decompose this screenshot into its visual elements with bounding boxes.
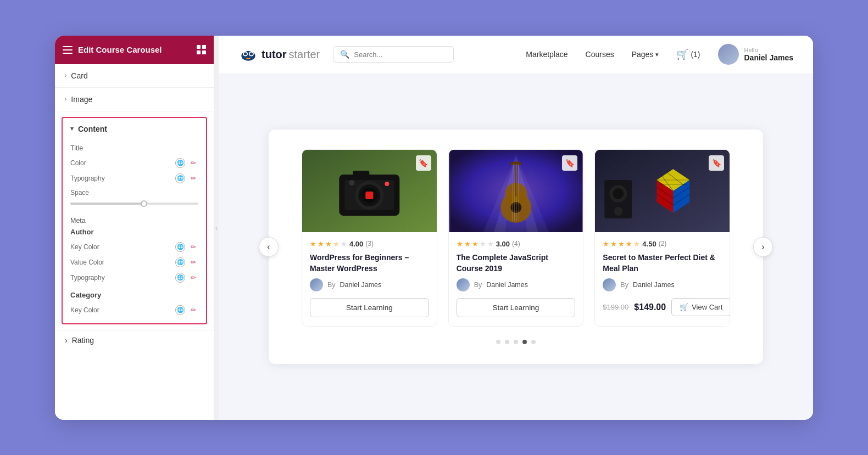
bookmark-btn-2[interactable]: 🔖	[562, 155, 577, 171]
bookmark-btn-1[interactable]: 🔖	[416, 155, 431, 171]
category-key-color-controls: 🌐 ✏	[175, 305, 198, 315]
sidebar-body: › Card › Image ▾ Content	[55, 64, 214, 420]
content-section-header[interactable]: ▾ Content	[63, 118, 206, 138]
star-1-1: ★	[310, 240, 316, 248]
rating-score-2: 3.00	[496, 240, 510, 248]
grid-icon[interactable]	[197, 45, 206, 54]
main-content: tutor starter 🔍 Marketplace Courses Page…	[219, 36, 813, 420]
meta-group: Meta Author Key Color 🌐 ✏ Value Color	[63, 210, 206, 319]
dot-3[interactable]	[514, 340, 518, 344]
image-chevron-icon: ›	[65, 96, 66, 102]
nav-user[interactable]: Hello Daniel James	[718, 44, 794, 65]
content-section-wrapper: ▾ Content Title Color 🌐 ✏	[55, 111, 214, 330]
category-key-color-globe[interactable]: 🌐	[175, 305, 185, 315]
course-rating-2: ★ ★ ★ ★ ★ 3.00 (4)	[457, 240, 576, 248]
author-typography-pencil[interactable]: ✏	[188, 273, 198, 283]
dot-1[interactable]	[496, 340, 500, 344]
title-color-globe[interactable]: 🌐	[175, 158, 185, 168]
star-2-3: ★	[472, 240, 478, 248]
pages-label: Pages	[632, 50, 654, 59]
rating-chevron-icon: ›	[65, 336, 68, 345]
category-key-color-label: Key Color	[70, 306, 99, 314]
svg-rect-22	[510, 162, 521, 165]
sidebar-section-card: › Card	[55, 64, 214, 88]
svg-point-32	[613, 188, 624, 199]
title-typography-row: Typography 🌐 ✏	[70, 171, 198, 186]
rating-count-3: (2)	[659, 240, 667, 248]
author-name-3: Daniel James	[633, 281, 675, 289]
author-value-color-row: Value Color 🌐 ✏	[70, 255, 198, 270]
nav-avatar	[718, 44, 739, 65]
course-title-3: Secret to Master Perfect Diet & Meal Pla…	[603, 252, 722, 274]
carousel-next-btn[interactable]: ›	[753, 237, 773, 257]
star-1-4: ★	[333, 240, 340, 248]
nav-logo[interactable]: tutor starter	[238, 47, 320, 62]
view-cart-btn-3[interactable]: 🛒 View Cart	[671, 298, 730, 316]
author-key-color-controls: 🌐 ✏	[175, 242, 198, 252]
title-typography-pencil[interactable]: ✏	[188, 173, 198, 183]
cart-icon: 🛒	[676, 48, 688, 60]
sidebar-section-content: ▾ Content Title Color 🌐 ✏	[62, 117, 207, 324]
title-color-row: Color 🌐 ✏	[70, 155, 198, 171]
card-chevron-icon: ›	[65, 72, 66, 78]
image-section-header[interactable]: › Image	[55, 88, 214, 111]
author-typography-globe[interactable]: 🌐	[175, 273, 185, 283]
start-learning-btn-1[interactable]: Start Learning	[310, 298, 429, 317]
svg-point-3	[244, 52, 247, 55]
author-key-color-globe[interactable]: 🌐	[175, 242, 185, 252]
nav-username: Daniel James	[744, 53, 794, 62]
content-chevron-icon: ▾	[70, 125, 74, 132]
title-color-pencil[interactable]: ✏	[188, 158, 198, 168]
course-author-3: By Daniel James	[603, 278, 722, 291]
title-typography-label: Typography	[70, 175, 105, 182]
sidebar-section-image: › Image	[55, 88, 214, 111]
author-key-color-pencil[interactable]: ✏	[188, 242, 198, 252]
sidebar-resize-handle[interactable]	[214, 36, 219, 420]
nav-marketplace-link[interactable]: Marketplace	[526, 50, 567, 59]
star-1-3: ★	[325, 240, 332, 248]
title-space-slider[interactable]	[70, 199, 198, 209]
course-author-2: By Daniel James	[457, 278, 576, 291]
courses-grid: 🔖	[302, 149, 730, 327]
star-3-5: ★	[633, 240, 640, 248]
nav-courses-link[interactable]: Courses	[586, 50, 614, 59]
search-input[interactable]	[354, 50, 447, 59]
course-action-2: Start Learning	[457, 298, 576, 317]
author-value-color-label: Value Color	[70, 259, 104, 266]
author-avatar-2	[457, 278, 470, 291]
hamburger-icon[interactable]	[63, 46, 73, 54]
dot-2[interactable]	[505, 340, 509, 344]
rating-score-3: 4.50	[642, 240, 656, 248]
star-2-2: ★	[464, 240, 471, 248]
nav-cart[interactable]: 🛒 (1)	[676, 48, 700, 60]
author-typography-controls: 🌐 ✏	[175, 273, 198, 283]
start-learning-btn-2[interactable]: Start Learning	[457, 298, 576, 317]
svg-point-33	[614, 207, 623, 216]
dot-4[interactable]	[522, 340, 527, 344]
card-section-header[interactable]: › Card	[55, 64, 214, 87]
course-card-2: 🔖	[448, 149, 584, 327]
sidebar-header-left: Edit Course Carousel	[63, 45, 162, 54]
author-typography-row: Typography 🌐 ✏	[70, 270, 198, 285]
course-card-1: 🔖	[302, 149, 437, 327]
sidebar-section-rating[interactable]: › Rating	[55, 330, 214, 350]
author-value-color-pencil[interactable]: ✏	[188, 257, 198, 267]
cart-btn-label: View Cart	[692, 303, 722, 311]
star-3-1: ★	[603, 240, 609, 248]
title-typography-controls: 🌐 ✏	[175, 173, 198, 183]
carousel-prev-btn[interactable]: ‹	[259, 237, 279, 257]
author-avatar-3	[603, 278, 616, 291]
search-icon: 🔍	[340, 50, 349, 59]
author-typography-label: Typography	[70, 274, 105, 282]
bookmark-btn-3[interactable]: 🔖	[709, 155, 724, 171]
dot-5[interactable]	[531, 340, 536, 344]
sidebar-title: Edit Course Carousel	[78, 45, 162, 54]
title-space-label: Space	[70, 189, 89, 196]
author-value-color-globe[interactable]: 🌐	[175, 257, 185, 267]
nav-pages-link[interactable]: Pages ▾	[632, 50, 659, 59]
category-key-color-pencil[interactable]: ✏	[188, 305, 198, 315]
author-name-1: Daniel James	[340, 281, 382, 289]
cart-count: (1)	[691, 50, 700, 59]
carousel-area: ‹ › 🔖	[219, 74, 813, 420]
title-typography-globe[interactable]: 🌐	[175, 173, 185, 183]
